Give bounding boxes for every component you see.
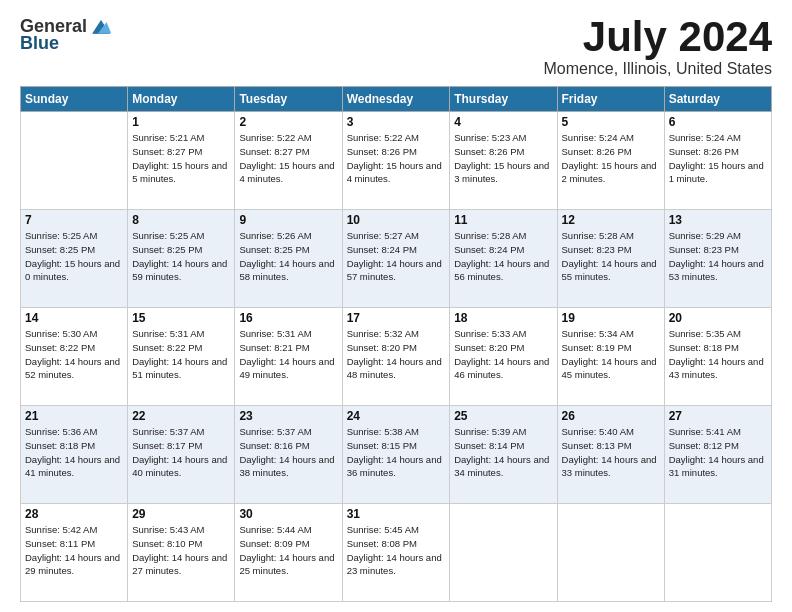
calendar-cell: 25Sunrise: 5:39 AMSunset: 8:14 PMDayligh… xyxy=(450,406,557,504)
day-info: Sunrise: 5:40 AMSunset: 8:13 PMDaylight:… xyxy=(562,425,660,480)
day-info: Sunrise: 5:26 AMSunset: 8:25 PMDaylight:… xyxy=(239,229,337,284)
day-info: Sunrise: 5:28 AMSunset: 8:24 PMDaylight:… xyxy=(454,229,552,284)
day-number: 6 xyxy=(669,115,767,129)
day-info: Sunrise: 5:31 AMSunset: 8:22 PMDaylight:… xyxy=(132,327,230,382)
day-info: Sunrise: 5:24 AMSunset: 8:26 PMDaylight:… xyxy=(562,131,660,186)
day-number: 4 xyxy=(454,115,552,129)
calendar-header-wednesday: Wednesday xyxy=(342,87,450,112)
day-number: 8 xyxy=(132,213,230,227)
calendar-cell: 27Sunrise: 5:41 AMSunset: 8:12 PMDayligh… xyxy=(664,406,771,504)
day-info: Sunrise: 5:37 AMSunset: 8:17 PMDaylight:… xyxy=(132,425,230,480)
calendar-cell: 13Sunrise: 5:29 AMSunset: 8:23 PMDayligh… xyxy=(664,210,771,308)
day-number: 3 xyxy=(347,115,446,129)
location: Momence, Illinois, United States xyxy=(543,60,772,78)
calendar-cell: 10Sunrise: 5:27 AMSunset: 8:24 PMDayligh… xyxy=(342,210,450,308)
calendar-cell: 11Sunrise: 5:28 AMSunset: 8:24 PMDayligh… xyxy=(450,210,557,308)
day-info: Sunrise: 5:35 AMSunset: 8:18 PMDaylight:… xyxy=(669,327,767,382)
day-number: 24 xyxy=(347,409,446,423)
calendar-cell: 5Sunrise: 5:24 AMSunset: 8:26 PMDaylight… xyxy=(557,112,664,210)
day-number: 20 xyxy=(669,311,767,325)
day-info: Sunrise: 5:37 AMSunset: 8:16 PMDaylight:… xyxy=(239,425,337,480)
calendar-cell: 16Sunrise: 5:31 AMSunset: 8:21 PMDayligh… xyxy=(235,308,342,406)
day-number: 5 xyxy=(562,115,660,129)
day-number: 26 xyxy=(562,409,660,423)
month-title: July 2024 xyxy=(543,16,772,58)
calendar-cell: 21Sunrise: 5:36 AMSunset: 8:18 PMDayligh… xyxy=(21,406,128,504)
calendar-header-sunday: Sunday xyxy=(21,87,128,112)
calendar-cell: 8Sunrise: 5:25 AMSunset: 8:25 PMDaylight… xyxy=(128,210,235,308)
day-number: 11 xyxy=(454,213,552,227)
day-number: 10 xyxy=(347,213,446,227)
calendar-header-tuesday: Tuesday xyxy=(235,87,342,112)
day-info: Sunrise: 5:21 AMSunset: 8:27 PMDaylight:… xyxy=(132,131,230,186)
calendar-cell: 29Sunrise: 5:43 AMSunset: 8:10 PMDayligh… xyxy=(128,504,235,602)
calendar-cell: 7Sunrise: 5:25 AMSunset: 8:25 PMDaylight… xyxy=(21,210,128,308)
day-info: Sunrise: 5:30 AMSunset: 8:22 PMDaylight:… xyxy=(25,327,123,382)
day-number: 19 xyxy=(562,311,660,325)
day-number: 23 xyxy=(239,409,337,423)
day-info: Sunrise: 5:31 AMSunset: 8:21 PMDaylight:… xyxy=(239,327,337,382)
logo-blue-text: Blue xyxy=(20,33,59,54)
calendar-cell xyxy=(557,504,664,602)
calendar-cell: 26Sunrise: 5:40 AMSunset: 8:13 PMDayligh… xyxy=(557,406,664,504)
calendar-cell: 31Sunrise: 5:45 AMSunset: 8:08 PMDayligh… xyxy=(342,504,450,602)
day-number: 9 xyxy=(239,213,337,227)
day-number: 31 xyxy=(347,507,446,521)
day-info: Sunrise: 5:22 AMSunset: 8:27 PMDaylight:… xyxy=(239,131,337,186)
calendar-cell: 23Sunrise: 5:37 AMSunset: 8:16 PMDayligh… xyxy=(235,406,342,504)
day-number: 13 xyxy=(669,213,767,227)
day-info: Sunrise: 5:32 AMSunset: 8:20 PMDaylight:… xyxy=(347,327,446,382)
day-number: 29 xyxy=(132,507,230,521)
day-number: 28 xyxy=(25,507,123,521)
page: General Blue July 2024 Momence, Illinois… xyxy=(0,0,792,612)
day-number: 1 xyxy=(132,115,230,129)
day-info: Sunrise: 5:39 AMSunset: 8:14 PMDaylight:… xyxy=(454,425,552,480)
day-info: Sunrise: 5:42 AMSunset: 8:11 PMDaylight:… xyxy=(25,523,123,578)
calendar-cell: 19Sunrise: 5:34 AMSunset: 8:19 PMDayligh… xyxy=(557,308,664,406)
calendar-cell: 2Sunrise: 5:22 AMSunset: 8:27 PMDaylight… xyxy=(235,112,342,210)
day-number: 12 xyxy=(562,213,660,227)
day-number: 30 xyxy=(239,507,337,521)
logo: General Blue xyxy=(20,16,111,54)
calendar-cell: 28Sunrise: 5:42 AMSunset: 8:11 PMDayligh… xyxy=(21,504,128,602)
calendar-week-row: 28Sunrise: 5:42 AMSunset: 8:11 PMDayligh… xyxy=(21,504,772,602)
calendar-header-monday: Monday xyxy=(128,87,235,112)
day-info: Sunrise: 5:28 AMSunset: 8:23 PMDaylight:… xyxy=(562,229,660,284)
day-info: Sunrise: 5:23 AMSunset: 8:26 PMDaylight:… xyxy=(454,131,552,186)
day-info: Sunrise: 5:38 AMSunset: 8:15 PMDaylight:… xyxy=(347,425,446,480)
calendar-week-row: 21Sunrise: 5:36 AMSunset: 8:18 PMDayligh… xyxy=(21,406,772,504)
calendar-cell xyxy=(664,504,771,602)
day-info: Sunrise: 5:36 AMSunset: 8:18 PMDaylight:… xyxy=(25,425,123,480)
day-number: 25 xyxy=(454,409,552,423)
day-info: Sunrise: 5:25 AMSunset: 8:25 PMDaylight:… xyxy=(132,229,230,284)
day-number: 21 xyxy=(25,409,123,423)
day-info: Sunrise: 5:44 AMSunset: 8:09 PMDaylight:… xyxy=(239,523,337,578)
calendar-cell: 22Sunrise: 5:37 AMSunset: 8:17 PMDayligh… xyxy=(128,406,235,504)
calendar-week-row: 14Sunrise: 5:30 AMSunset: 8:22 PMDayligh… xyxy=(21,308,772,406)
calendar-cell xyxy=(21,112,128,210)
day-info: Sunrise: 5:29 AMSunset: 8:23 PMDaylight:… xyxy=(669,229,767,284)
calendar-cell: 3Sunrise: 5:22 AMSunset: 8:26 PMDaylight… xyxy=(342,112,450,210)
day-info: Sunrise: 5:25 AMSunset: 8:25 PMDaylight:… xyxy=(25,229,123,284)
day-info: Sunrise: 5:27 AMSunset: 8:24 PMDaylight:… xyxy=(347,229,446,284)
calendar-cell: 20Sunrise: 5:35 AMSunset: 8:18 PMDayligh… xyxy=(664,308,771,406)
day-number: 16 xyxy=(239,311,337,325)
calendar: SundayMondayTuesdayWednesdayThursdayFrid… xyxy=(20,86,772,602)
calendar-week-row: 1Sunrise: 5:21 AMSunset: 8:27 PMDaylight… xyxy=(21,112,772,210)
calendar-header-saturday: Saturday xyxy=(664,87,771,112)
title-section: July 2024 Momence, Illinois, United Stat… xyxy=(543,16,772,78)
day-number: 22 xyxy=(132,409,230,423)
day-number: 7 xyxy=(25,213,123,227)
day-number: 18 xyxy=(454,311,552,325)
calendar-header-thursday: Thursday xyxy=(450,87,557,112)
calendar-cell: 14Sunrise: 5:30 AMSunset: 8:22 PMDayligh… xyxy=(21,308,128,406)
calendar-cell: 6Sunrise: 5:24 AMSunset: 8:26 PMDaylight… xyxy=(664,112,771,210)
day-info: Sunrise: 5:33 AMSunset: 8:20 PMDaylight:… xyxy=(454,327,552,382)
day-info: Sunrise: 5:41 AMSunset: 8:12 PMDaylight:… xyxy=(669,425,767,480)
calendar-cell: 18Sunrise: 5:33 AMSunset: 8:20 PMDayligh… xyxy=(450,308,557,406)
day-number: 15 xyxy=(132,311,230,325)
calendar-cell: 24Sunrise: 5:38 AMSunset: 8:15 PMDayligh… xyxy=(342,406,450,504)
day-info: Sunrise: 5:24 AMSunset: 8:26 PMDaylight:… xyxy=(669,131,767,186)
calendar-cell: 9Sunrise: 5:26 AMSunset: 8:25 PMDaylight… xyxy=(235,210,342,308)
day-number: 27 xyxy=(669,409,767,423)
